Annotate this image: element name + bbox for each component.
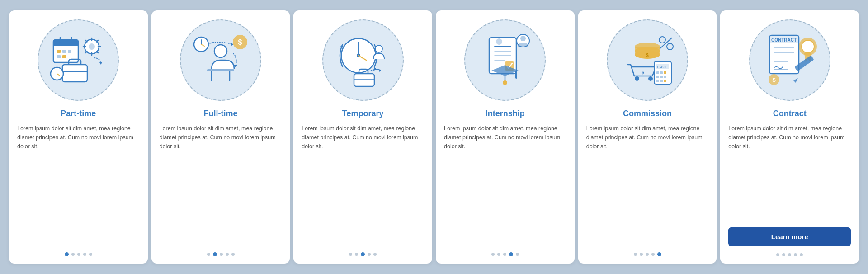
temporary-icon-area <box>322 19 404 101</box>
commission-icon-area: $ $ 0.420 <box>607 19 688 101</box>
part-time-icon <box>49 31 108 90</box>
part-time-icon-area <box>38 19 119 101</box>
svg-point-36 <box>375 45 382 52</box>
svg-marker-37 <box>379 69 381 72</box>
commission-title: Commission <box>623 109 672 118</box>
commission-icon: $ $ 0.420 <box>618 31 677 90</box>
internship-icon <box>476 31 534 90</box>
svg-point-47 <box>503 80 507 85</box>
dot <box>640 253 643 256</box>
dot <box>497 253 500 256</box>
svg-rect-72 <box>660 80 663 82</box>
svg-rect-65 <box>656 71 659 74</box>
contract-dots <box>776 253 803 256</box>
svg-point-60 <box>648 76 653 81</box>
svg-point-59 <box>635 76 639 81</box>
dot <box>226 253 229 256</box>
card-temporary: Temporary Lorem ipsum dolor sit dim amet… <box>293 10 432 264</box>
dot <box>65 252 69 256</box>
commission-body: Lorem ipsum dolor sit dim amet, mea regi… <box>586 124 709 245</box>
dot <box>516 253 519 256</box>
svg-rect-66 <box>660 71 663 74</box>
dot <box>651 253 655 256</box>
temporary-icon <box>334 31 392 90</box>
contract-title: Contract <box>773 109 807 118</box>
svg-point-43 <box>496 38 502 45</box>
svg-rect-11 <box>62 65 87 82</box>
dot <box>657 252 661 256</box>
dot <box>207 253 210 256</box>
svg-rect-7 <box>57 55 61 58</box>
card-commission: $ $ 0.420 Commission <box>578 10 717 264</box>
svg-point-49 <box>520 36 526 41</box>
card-full-time: $ Full-time Lorem ipsum dolor sit dim am… <box>151 10 290 264</box>
dot <box>509 252 513 256</box>
dot <box>77 253 80 256</box>
svg-point-10 <box>89 43 95 50</box>
contract-body: Lorem ipsum dolor sit dim amet, mea regi… <box>728 124 851 223</box>
dot <box>71 253 75 256</box>
internship-title: Internship <box>486 109 525 118</box>
dot <box>361 252 365 256</box>
cards-container: Part-time Lorem ipsum dolor sit dim amet… <box>9 10 859 264</box>
part-time-body: Lorem ipsum dolor sit dim amet, mea regi… <box>17 124 140 245</box>
temporary-dots <box>349 252 377 256</box>
svg-point-83 <box>802 40 814 53</box>
part-time-title: Part-time <box>61 109 96 118</box>
svg-rect-67 <box>664 71 666 74</box>
dot <box>349 253 352 256</box>
svg-text:$: $ <box>646 53 649 58</box>
svg-rect-70 <box>664 76 666 78</box>
svg-point-17 <box>214 45 227 57</box>
learn-more-button[interactable]: Learn more <box>728 227 851 246</box>
contract-icon-area: CONTRACT $ <box>749 19 830 101</box>
card-internship: Internship Lorem ipsum dolor sit dim ame… <box>436 10 575 264</box>
internship-icon-area <box>464 19 546 101</box>
dot <box>355 253 358 256</box>
commission-dots <box>634 252 661 256</box>
svg-marker-16 <box>99 62 102 65</box>
dot <box>83 253 86 256</box>
svg-text:CONTRACT: CONTRACT <box>771 38 797 43</box>
dot <box>231 253 235 256</box>
svg-rect-69 <box>660 76 663 78</box>
dot <box>634 253 637 256</box>
dot <box>491 253 495 256</box>
contract-icon: CONTRACT $ <box>760 31 819 90</box>
temporary-body: Lorem ipsum dolor sit dim amet, mea regi… <box>302 124 424 245</box>
internship-body: Lorem ipsum dolor sit dim amet, mea regi… <box>444 124 566 245</box>
full-time-body: Lorem ipsum dolor sit dim amet, mea regi… <box>160 124 282 245</box>
dot <box>800 253 803 256</box>
full-time-icon-area: $ <box>180 19 261 101</box>
card-contract: CONTRACT $ Contract Lorem ip <box>720 10 859 264</box>
full-time-dots <box>207 252 235 256</box>
svg-rect-34 <box>354 74 374 86</box>
dot <box>213 252 217 256</box>
svg-rect-5 <box>62 50 66 53</box>
svg-rect-46 <box>515 71 517 79</box>
dot <box>646 253 649 256</box>
svg-point-51 <box>667 43 673 50</box>
svg-rect-6 <box>68 50 71 53</box>
svg-rect-73 <box>664 80 666 82</box>
dot <box>788 253 791 256</box>
svg-marker-85 <box>793 78 798 83</box>
card-part-time: Part-time Lorem ipsum dolor sit dim amet… <box>9 10 148 264</box>
svg-text:$: $ <box>238 38 242 46</box>
dot <box>368 253 371 256</box>
dot <box>373 253 377 256</box>
svg-text:0.420: 0.420 <box>657 65 667 69</box>
dot <box>220 253 223 256</box>
part-time-dots <box>65 252 92 256</box>
dot <box>782 253 785 256</box>
full-time-icon: $ <box>191 31 250 90</box>
svg-text:$: $ <box>772 76 776 83</box>
svg-point-50 <box>659 37 665 43</box>
dot <box>794 253 797 256</box>
svg-rect-71 <box>656 80 659 82</box>
full-time-title: Full-time <box>204 109 238 118</box>
svg-text:$: $ <box>642 70 644 75</box>
internship-dots <box>491 252 519 256</box>
dot <box>503 253 506 256</box>
dot <box>89 253 92 256</box>
